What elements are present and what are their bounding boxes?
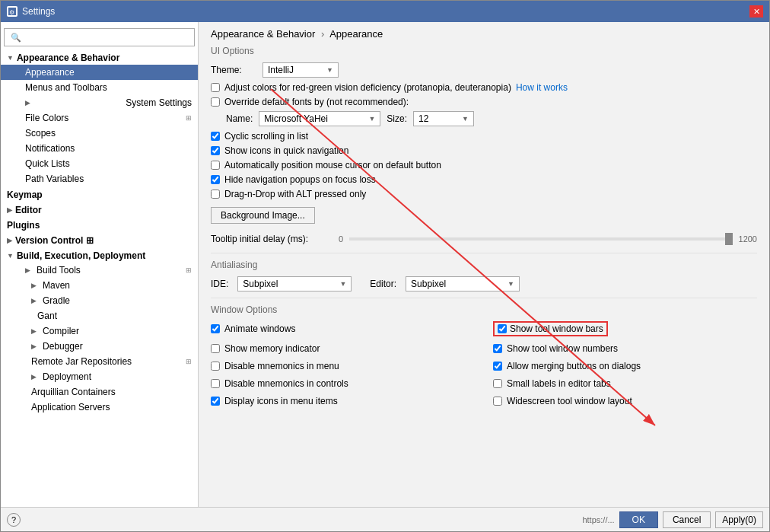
slider-thumb[interactable] (725, 233, 733, 245)
sidebar-item-menus-toolbars[interactable]: Menus and Toolbars (1, 80, 198, 95)
sidebar-item-appearance-label: Appearance (25, 67, 75, 78)
breadcrumb-separator: › (321, 28, 324, 40)
compiler-arrow: ▶ (31, 327, 37, 335)
sidebar-item-arquillian[interactable]: Arquillian Containers (1, 384, 198, 400)
cancel-button[interactable]: Cancel (663, 511, 711, 528)
sidebar-item-system-settings[interactable]: ▶ System Settings (1, 95, 198, 110)
editor-antialiasing-dropdown[interactable]: Subpixel ▼ (406, 276, 520, 291)
theme-dropdown[interactable]: IntelliJ ▼ (262, 62, 339, 78)
checkbox-disable-mnemonics-menu[interactable] (211, 362, 220, 371)
checkbox-show-tool-bars[interactable] (498, 324, 507, 333)
checkbox-drag-drop-label: Drag-n-Drop with ALT pressed only (224, 189, 366, 199)
sidebar-section-build[interactable]: ▼ Build, Execution, Deployment (1, 247, 198, 263)
sidebar-item-notifications[interactable]: Notifications (1, 141, 198, 156)
checkbox-allow-merging[interactable] (493, 362, 502, 371)
font-row: Name: Microsoft YaHei ▼ Size: 12 ▼ (211, 111, 757, 126)
checkbox-show-icons[interactable] (211, 146, 220, 155)
checkbox-show-memory-row: Show memory indicator (211, 343, 475, 354)
search-box[interactable]: 🔍 (4, 28, 195, 46)
section-label: Appearance & Behavior (17, 53, 119, 63)
ok-button[interactable]: OK (619, 511, 658, 528)
sidebar-item-scopes[interactable]: Scopes (1, 126, 198, 141)
sidebar-item-deployment[interactable]: ▶ Deployment (1, 369, 198, 384)
checkbox-show-tool-bars-label: Show tool window bars (510, 323, 603, 334)
window-options-grid: Animate windows Show tool window bars Sh… (211, 321, 757, 410)
sidebar-section-version-control[interactable]: ▶ Version Control ⊞ (1, 232, 198, 247)
sidebar-item-gradle[interactable]: ▶ Gradle (1, 293, 198, 308)
sidebar-item-app-servers-label: Application Servers (31, 402, 110, 413)
sidebar-item-menus-toolbars-label: Menus and Toolbars (25, 82, 107, 93)
tooltip-delay-label: Tooltip initial delay (ms): (211, 234, 332, 244)
sidebar-item-build-tools[interactable]: ▶ Build Tools ⊞ (1, 263, 198, 278)
checkbox-disable-mnemonics-menu-label: Disable mnemonics in menu (224, 361, 339, 371)
build-label: Build, Execution, Deployment (17, 250, 145, 261)
sidebar-item-appearance[interactable]: Appearance (1, 65, 198, 80)
checkbox-override-fonts[interactable] (211, 97, 220, 107)
checkbox-small-labels[interactable] (493, 379, 502, 388)
checkbox-color-adjust[interactable] (211, 83, 220, 92)
checkbox-show-memory[interactable] (211, 344, 220, 353)
sidebar-item-debugger[interactable]: ▶ Debugger (1, 339, 198, 354)
checkbox-widescreen-row: Widescreen tool window layout (493, 396, 757, 406)
font-name-dropdown[interactable]: Microsoft YaHei ▼ (259, 111, 380, 126)
footer-right: https://... OK Cancel Apply(0) (582, 511, 763, 528)
apply-button[interactable]: Apply(0) (715, 511, 763, 528)
sidebar-item-file-colors[interactable]: File Colors ⊞ (1, 110, 198, 126)
title-bar: ⚙ Settings ✕ (1, 1, 769, 22)
sidebar-section-plugins[interactable]: Plugins (1, 217, 198, 232)
highlighted-show-tool-bars: Show tool window bars (493, 321, 608, 336)
checkbox-disable-mnemonics-menu-row: Disable mnemonics in menu (211, 361, 475, 371)
ui-options-title: UI Options (211, 46, 757, 56)
build-tools-arrow: ▶ (25, 266, 30, 274)
checkbox-small-labels-label: Small labels in editor tabs (507, 378, 611, 389)
checkbox-auto-mouse[interactable] (211, 161, 220, 170)
search-input[interactable] (24, 32, 188, 43)
editor-aa-arrow: ▼ (508, 280, 514, 288)
checkbox-hide-nav[interactable] (211, 175, 220, 184)
ide-antialiasing-dropdown[interactable]: Subpixel ▼ (237, 276, 352, 291)
font-name-label: Name: (226, 113, 253, 124)
ide-label: IDE: (211, 279, 228, 289)
slider-track-container[interactable] (349, 231, 732, 247)
checkbox-drag-drop[interactable] (211, 190, 220, 199)
bg-image-row: Background Image... (211, 207, 757, 224)
theme-row: Theme: IntelliJ ▼ (211, 62, 757, 78)
font-size-dropdown[interactable]: 12 ▼ (413, 111, 474, 126)
font-size-label: Size: (387, 113, 407, 124)
breadcrumb-parent: Appearance & Behavior (211, 28, 315, 40)
footer-url: https://... (582, 515, 614, 524)
checkbox-animate-windows[interactable] (211, 324, 220, 333)
checkbox-show-tool-numbers[interactable] (493, 344, 502, 353)
help-button[interactable]: ? (7, 513, 21, 527)
checkbox-animate-label: Animate windows (224, 323, 295, 334)
sidebar-item-quick-lists[interactable]: Quick Lists (1, 156, 198, 171)
sidebar-item-compiler-label: Compiler (43, 326, 79, 336)
checkbox-disable-mnemonics-controls[interactable] (211, 379, 220, 388)
sidebar-item-gant[interactable]: Gant (1, 308, 198, 323)
sidebar-section-editor[interactable]: ▶ Editor (1, 202, 198, 217)
close-button[interactable]: ✕ (749, 5, 763, 18)
checkbox-widescreen[interactable] (493, 397, 502, 406)
sidebar-item-path-variables[interactable]: Path Variables (1, 171, 198, 186)
sidebar-item-app-servers[interactable]: Application Servers (1, 400, 198, 415)
sidebar-section-keymap[interactable]: Keymap (1, 186, 198, 202)
sidebar-item-maven[interactable]: ▶ Maven (1, 278, 198, 293)
sidebar-item-gant-label: Gant (37, 311, 57, 321)
settings-panel: Appearance & Behavior › Appearance UI Op… (199, 22, 769, 507)
ide-antialiasing-value: Subpixel (243, 279, 278, 289)
window-options-title: Window Options (211, 304, 757, 315)
sidebar-item-remote-jar[interactable]: Remote Jar Repositories ⊞ (1, 354, 198, 369)
background-image-button[interactable]: Background Image... (211, 207, 315, 224)
sidebar-item-compiler[interactable]: ▶ Compiler (1, 323, 198, 339)
deployment-arrow: ▶ (31, 373, 37, 381)
checkbox-display-icons[interactable] (211, 397, 220, 406)
checkbox-cyclic[interactable] (211, 132, 220, 141)
how-it-works-link[interactable]: How it works (516, 82, 568, 93)
sidebar-section-appearance-behavior[interactable]: ▼ Appearance & Behavior (1, 49, 198, 65)
debugger-arrow: ▶ (31, 342, 37, 350)
main-content: 🔍 ▼ Appearance & Behavior Appearance Men… (1, 22, 769, 507)
ide-aa-arrow: ▼ (339, 280, 346, 288)
sidebar-item-deployment-label: Deployment (43, 371, 91, 382)
settings-window: ⚙ Settings ✕ 🔍 ▼ Appearance & Behavior A… (0, 0, 770, 532)
sidebar-item-path-variables-label: Path Variables (25, 174, 84, 184)
